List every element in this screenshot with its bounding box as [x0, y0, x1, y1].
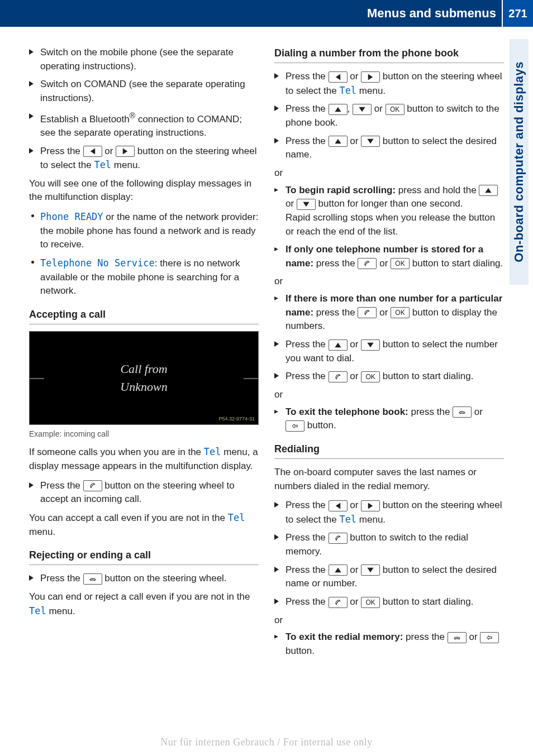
up-arrow-key	[329, 564, 348, 576]
para: You will see one of the following displa…	[29, 177, 259, 204]
down-arrow-key	[361, 339, 380, 351]
up-arrow-key	[479, 185, 498, 196]
up-arrow-key	[329, 136, 348, 147]
para: You can accept a call even if you are no…	[29, 511, 259, 539]
left-column: Switch on the mobile phone (see the sepa…	[29, 46, 259, 663]
phone-accept-key	[329, 533, 348, 544]
or-label: or	[274, 388, 504, 402]
bullet: To exit the redial memory: press the or …	[274, 630, 504, 658]
display-line: Call from	[120, 360, 167, 378]
footer-watermark: Nur für internen Gebrauch / For internal…	[0, 736, 533, 748]
bullet: Phone READY or the name of the network p…	[29, 210, 259, 252]
down-arrow-key	[361, 564, 380, 576]
right-column: Dialing a number from the phone book Pre…	[274, 46, 504, 663]
right-arrow-key	[361, 500, 380, 511]
down-arrow-key	[297, 199, 316, 210]
header-title: Menus and submenus	[367, 6, 502, 21]
bullet: Press the or button to select the desire…	[274, 135, 504, 162]
ok-key: OK	[361, 371, 380, 382]
sub-heading: Accepting a call	[29, 307, 259, 324]
ok-key: OK	[391, 307, 410, 318]
phone-accept-key	[329, 597, 348, 608]
bullet: Press the or button to select the desire…	[274, 563, 504, 591]
header-bar: Menus and submenus 271	[0, 0, 533, 27]
display-image: Call from Unknown P54.32-9774-31	[29, 331, 259, 425]
phone-accept-key	[358, 258, 377, 269]
bullet: Telephone No Service: there is no networ…	[29, 256, 259, 298]
bullet: Switch on the mobile phone (see the sepa…	[29, 46, 259, 73]
or-label: or	[274, 166, 504, 180]
back-key	[480, 632, 499, 643]
para: You can end or reject a call even if you…	[29, 590, 259, 618]
phone-end-key	[448, 632, 467, 643]
bullet: Press the or OK button to start dialing.	[274, 595, 504, 609]
side-tab-label: On-board computer and displays	[512, 61, 526, 262]
bullet: Press the or button on the steering whee…	[29, 145, 259, 173]
sub-heading: Redialing	[274, 442, 504, 459]
side-tab: On-board computer and displays	[510, 39, 529, 285]
bullet: Press the button on the steering wheel.	[29, 572, 259, 586]
ok-key: OK	[386, 104, 404, 115]
phone-accept-key	[329, 371, 348, 382]
phone-accept-key	[83, 480, 102, 491]
para: The on-board computer saves the last nam…	[274, 466, 504, 493]
bullet: Press the button on the steering wheel t…	[29, 479, 259, 506]
sub-heading: Dialing a number from the phone book	[274, 46, 504, 63]
page-number: 271	[502, 0, 533, 27]
or-label: or	[274, 275, 504, 289]
bullet: Press the or button to select the number…	[274, 338, 504, 365]
display-line: Unknown	[120, 378, 167, 396]
phone-end-key	[83, 573, 102, 585]
up-arrow-key	[329, 339, 348, 351]
bullet: Switch on COMAND (see the separate opera…	[29, 78, 259, 105]
para: If someone calls you when you are in the…	[29, 445, 259, 473]
bullet: Press the or button on the steering whee…	[274, 499, 504, 527]
left-arrow-key	[329, 500, 348, 511]
bullet: Press the button to switch to the redial…	[274, 531, 504, 558]
bullet: To exit the telephone book: press the or…	[274, 405, 504, 433]
sub-heading: Rejecting or ending a call	[29, 548, 259, 565]
right-arrow-key	[361, 71, 380, 83]
left-arrow-key	[329, 71, 348, 83]
up-arrow-key	[329, 104, 348, 115]
ok-key: OK	[361, 597, 380, 608]
caption: Example: incoming call	[29, 428, 259, 439]
tel-text: Tel	[94, 159, 111, 170]
or-label: or	[274, 614, 504, 628]
down-arrow-key	[353, 104, 372, 115]
left-arrow-key	[83, 146, 102, 157]
phone-accept-key	[358, 307, 377, 318]
bullet: If there is more than one number for a p…	[274, 292, 504, 333]
bullet: To begin rapid scrolling: press and hold…	[274, 184, 504, 239]
back-key	[285, 420, 304, 432]
right-arrow-key	[116, 146, 135, 157]
bullet: If only one telephone number is stored f…	[274, 243, 504, 270]
bullet: Establish a Bluetooth® connection to COM…	[29, 110, 259, 140]
ok-key: OK	[391, 258, 410, 269]
phone-end-key	[453, 406, 472, 418]
bullet: Press the or OK button to start dialing.	[274, 370, 504, 384]
down-arrow-key	[361, 136, 380, 147]
bullet: Press the or button on the steering whee…	[274, 70, 504, 98]
bullet: Press the , or OK button to switch to th…	[274, 102, 504, 130]
